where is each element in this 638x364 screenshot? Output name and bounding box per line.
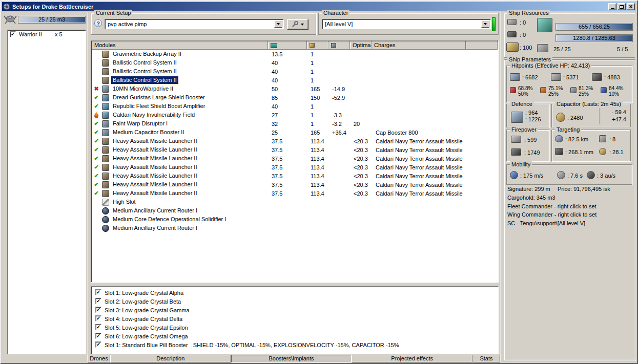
- module-row[interactable]: Medium Core Defence Operational Solidifi…: [92, 215, 498, 224]
- module-row[interactable]: Ballistic Control System II 40 1: [92, 76, 498, 84]
- module-charges-value: Caldari Navy Terror Assault Missile: [372, 190, 466, 197]
- align-time-icon: [557, 171, 565, 179]
- module-row[interactable]: Medium Capacitor Booster II 25 165 +36.4…: [92, 128, 498, 137]
- booster-row[interactable]: Slot 5: Low-grade Crystal Epsilon: [91, 323, 498, 332]
- module-row[interactable]: Heavy Assault Missile Launcher II 37.5 1…: [92, 172, 498, 180]
- module-status-icon: [92, 103, 101, 110]
- modules-column-header[interactable]: Modules: [92, 41, 268, 49]
- right-splitter[interactable]: [500, 12, 502, 361]
- drone-checkbox[interactable]: [10, 31, 16, 37]
- booster-checkbox[interactable]: [95, 315, 101, 322]
- module-cpu-value: 37.5: [268, 164, 307, 170]
- character-combo-arrow[interactable]: [481, 20, 489, 28]
- tab-description[interactable]: Description: [110, 355, 231, 362]
- optimal-column-header[interactable]: Optimal: [350, 41, 372, 49]
- fleet-commander-text[interactable]: Fleet Commander - right click to set: [507, 203, 596, 209]
- module-row[interactable]: Heavy Assault Missile Launcher II 37.5 1…: [92, 154, 498, 163]
- targeting-group: Targeting : 82.5 km : 8 : 268.1 mm : 28.…: [551, 130, 631, 161]
- cpu-column-header[interactable]: [268, 41, 307, 49]
- tab-boosters-implants[interactable]: Boosters\Implants: [231, 355, 352, 362]
- tab-projected-effects[interactable]: Projected effects: [352, 355, 472, 362]
- drone-name: Warrior II: [19, 31, 42, 38]
- resist-values: 75.1% 25%: [548, 85, 563, 97]
- armor-hp-value: : 5371: [563, 74, 579, 80]
- tab-drones[interactable]: Drones: [88, 355, 110, 362]
- booster-checkbox[interactable]: [95, 333, 101, 339]
- minimize-button[interactable]: [608, 3, 616, 10]
- module-row[interactable]: Heavy Assault Missile Launcher II 37.5 1…: [92, 137, 498, 145]
- close-button[interactable]: [627, 3, 635, 10]
- module-charges-value: Caldari Navy Terror Assault Missile: [372, 182, 466, 188]
- setup-combobox[interactable]: pvp active pimp: [105, 19, 284, 29]
- booster-row[interactable]: Slot 1: Standard Blue Pill Booster SHIEL…: [91, 340, 498, 349]
- module-row[interactable]: Republic Fleet Shield Boost Amplifier 40…: [92, 102, 498, 111]
- boosters-implants-list[interactable]: Slot 1: Low-grade Crystal Alpha Slot 2: …: [91, 286, 499, 354]
- setup-tools-button[interactable]: [287, 19, 308, 30]
- left-splitter[interactable]: [87, 12, 89, 361]
- booster-row[interactable]: Slot 4: Low-grade Crystal Delta: [91, 314, 498, 323]
- module-row[interactable]: Medium Ancillary Current Router I: [92, 224, 498, 232]
- module-row[interactable]: Ballistic Control System II 40 1: [92, 67, 498, 76]
- resist-group: 75.1% 25%: [540, 85, 570, 97]
- booster-row[interactable]: Slot 3: Low-grade Crystal Gamma: [91, 306, 498, 314]
- module-row[interactable]: Heavy Assault Missile Launcher II 37.5 1…: [92, 180, 498, 189]
- shield-resist-value: 75.1%: [548, 85, 563, 91]
- warp-speed-icon: [587, 171, 595, 179]
- help-icon[interactable]: [94, 19, 102, 27]
- tab-stats[interactable]: Stats: [472, 355, 500, 362]
- capacitor-column-header[interactable]: [328, 41, 350, 49]
- price-value: Price: 91,796,495 isk: [558, 186, 610, 192]
- drone-list-item[interactable]: Warrior II x 5: [8, 30, 86, 39]
- module-row[interactable]: Medium Ancillary Current Router I: [92, 206, 498, 215]
- powergrid-column-header[interactable]: [307, 41, 328, 49]
- module-row[interactable]: Faint Warp Disruptor I 32 1 -3.2 20: [92, 119, 498, 128]
- setup-combo-arrow[interactable]: [274, 20, 282, 28]
- maximize-button[interactable]: [618, 3, 626, 10]
- module-row[interactable]: Heavy Assault Missile Launcher II 37.5 1…: [92, 189, 498, 198]
- module-charges-value: Caldari Navy Terror Assault Missile: [372, 173, 466, 179]
- booster-checkbox[interactable]: [95, 298, 101, 304]
- module-cpu-value: 37.5: [268, 190, 307, 197]
- capacitor-flux-values: - 59.4 +47.4: [612, 109, 626, 123]
- module-cpu-value: 37.5: [268, 173, 307, 179]
- charges-column-header[interactable]: Charges: [372, 41, 466, 49]
- drone-list[interactable]: Warrior II x 5: [7, 30, 86, 354]
- modules-list[interactable]: Gravimetric Backup Array II 13.5 1 Balli…: [92, 50, 498, 282]
- booster-row[interactable]: Slot 2: Low-grade Crystal Beta: [91, 297, 498, 306]
- shield-resist-value: 81.3%: [579, 85, 593, 91]
- app-window: Setups for Drake Battlecruiser 25 / 25 m…: [0, 0, 638, 364]
- hull-hp-value: : 4883: [604, 74, 620, 80]
- booster-row[interactable]: Slot 1: Low-grade Crystal Alpha: [91, 288, 498, 297]
- module-powergrid-value: 113.4: [307, 190, 328, 197]
- wing-commander-text[interactable]: Wing Commander - right click to set: [507, 211, 596, 218]
- module-row[interactable]: Caldari Navy Invulnerability Field 27 1 …: [92, 111, 498, 119]
- armor-resist-value: 50%: [518, 91, 532, 97]
- capacitor-drain-value: - 59.4: [612, 109, 626, 116]
- module-row[interactable]: Gravimetric Backup Array II 13.5 1: [92, 50, 498, 58]
- drone-bandwidth-icon: [537, 44, 548, 52]
- close-icon: [629, 4, 632, 10]
- module-charges-value: Caldari Navy Terror Assault Missile: [372, 156, 466, 162]
- booster-checkbox[interactable]: [95, 324, 101, 330]
- squad-commander-text[interactable]: SC - Tengu\support\[All level V]: [507, 220, 585, 226]
- booster-label: Slot 4: Low-grade Crystal Delta: [105, 316, 182, 322]
- cpu-icon: [271, 43, 277, 48]
- resist-values: 68.8% 50%: [518, 85, 532, 97]
- character-combobox[interactable]: [All level V]: [322, 19, 491, 29]
- firepower-group: Firepower : 599 : 1749: [506, 130, 549, 161]
- booster-checkbox[interactable]: [95, 289, 101, 295]
- booster-checkbox[interactable]: [95, 341, 101, 348]
- module-row[interactable]: 10MN MicroWarpdrive II 50 165 -14.9: [92, 84, 498, 93]
- module-cpu-value: 40: [268, 103, 307, 110]
- armor-resist-value: 25%: [548, 91, 563, 97]
- module-row[interactable]: Ballistic Control System II 40 1: [92, 58, 498, 67]
- booster-checkbox[interactable]: [95, 307, 101, 313]
- module-row[interactable]: Heavy Assault Missile Launcher II 37.5 1…: [92, 145, 498, 154]
- module-row[interactable]: Dread Guristas Large Shield Booster 85 1…: [92, 93, 498, 102]
- app-icon: [3, 3, 10, 10]
- booster-row[interactable]: Slot 6: Low-grade Crystal Omega: [91, 332, 498, 340]
- module-row[interactable]: High Slot: [92, 198, 498, 206]
- module-name: Heavy Assault Missile Launcher II: [111, 181, 198, 188]
- module-row[interactable]: Heavy Assault Missile Launcher II 37.5 1…: [92, 163, 498, 172]
- module-icon: [102, 181, 109, 188]
